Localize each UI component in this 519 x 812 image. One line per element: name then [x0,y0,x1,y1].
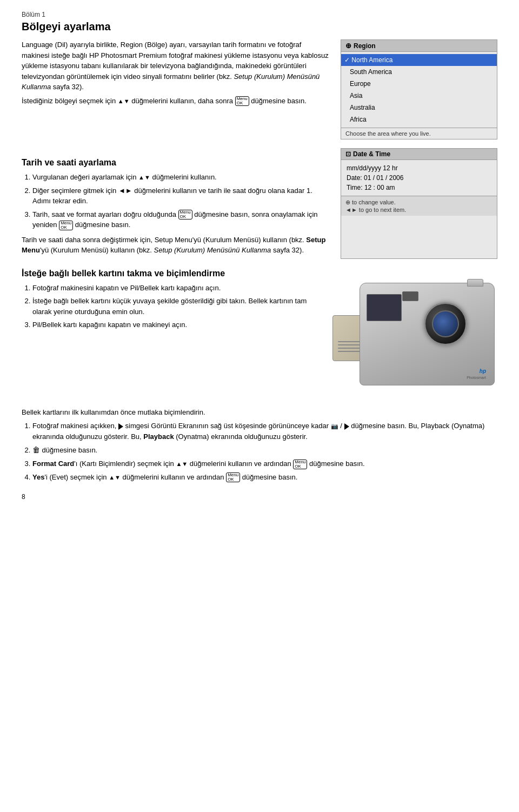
playback-icon-2 [344,423,349,430]
menu-ok-badge-4: MenuOK [293,460,307,469]
bolge-arrows: ▲▼ [118,97,130,106]
region-item-europe[interactable]: Europe [341,78,497,90]
region-box-title: ⊕ Region [341,40,497,52]
tarih-note: Tarih ve saati daha sonra değiştirmek iç… [22,235,330,256]
yes-arrows: ▲▼ [109,473,121,482]
datetime-time-row: Time: 12 : 00 am [347,183,491,192]
datetime-hint1: ⊕ to change value. [345,199,493,206]
bellek-steps: Fotoğraf makinesini kapatın ve Pil/Belle… [32,283,314,330]
datetime-format-row: mm/dd/yyyy 12 hr [347,163,491,173]
bellek-sub-step-2: 🗑 düğmesine basın. [32,444,497,456]
page-title: Bölgeyi ayarlama [22,21,497,33]
camera-lens [424,302,467,345]
bellek-sub-step-3: Format Card'ı (Kartı Biçimlendir) seçmek… [32,458,497,469]
camera-lens-inner [432,310,459,337]
tarih-steps: Vurgulanan değeri ayarlamak için ▲▼ düğm… [32,172,330,230]
datetime-clock-icon: ⊡ [345,150,351,158]
format-card-bold: Format Card [32,460,74,468]
camera-screen [367,294,402,321]
bellek-step-1: Fotoğraf makinesini kapatın ve Pil/Belle… [32,283,314,294]
bellek-note: Bellek kartlarını ilk kullanımdan önce m… [22,407,497,418]
globe-icon: ⊕ [345,42,351,50]
menu-ok-badge-2: MenuOK [178,210,192,219]
bellek-title: İsteğe bağlı bellek kartını takma ve biç… [22,269,497,278]
playback-bold: Playback [143,432,174,441]
bolge-text: Language (Dil) ayarıyla birlikte, Region… [22,39,330,139]
region-box: ⊕ Region North America South America Eur… [341,39,497,139]
datetime-box: ⊡ Date & Time mm/dd/yyyy 12 hr Date: 01 … [341,148,497,259]
region-item-north-america[interactable]: North America [341,54,497,66]
bolge-para1: Language (Dil) ayarıyla birlikte, Region… [22,39,330,92]
region-list: North America South America Europe Asia … [341,52,497,128]
bellek-sub-step-4: Yes'i (Evet) seçmek için ▲▼ düğmelerini … [32,472,497,483]
camera-body: hp Photosmart [360,283,495,385]
trash-icon: 🗑 [32,445,40,454]
tarih-text: Tarih ve saati ayarlama Vurgulanan değer… [22,148,330,259]
region-item-asia[interactable]: Asia [341,90,497,102]
tarih-title: Tarih ve saati ayarlama [22,158,330,168]
menu-ok-badge-1: MenuOK [235,96,249,106]
datetime-box-title: ⊡ Date & Time [341,149,497,160]
playback-icon [118,423,123,430]
yes-bold: Yes [32,473,44,481]
datetime-date-row: Date: 01 / 01 / 2006 [347,173,491,183]
tarih-step-2: Diğer seçimlere gitmek için ◄► düğmeleri… [32,185,330,207]
bellek-step-3: Pil/Bellek kartı kapağını kapatın ve mak… [32,320,314,330]
region-footer: Choose the area where you live. [341,128,497,139]
region-item-south-america[interactable]: South America [341,66,497,78]
format-arrows: ▲▼ [176,460,188,469]
bellek-steps-text: Fotoğraf makinesini kapatın ve Pil/Belle… [22,283,314,402]
bellek-step-2: İsteğe bağlı bellek kartını küçük yuvaya… [32,296,314,317]
datetime-hint2: ◄► to go to next item. [345,207,493,213]
camera-icon: 📷 [331,422,338,431]
camera-illustration: → hp Photosmart [327,283,495,402]
hp-logo: hp [480,368,486,374]
chapter-label: Bölüm 1 [22,11,497,18]
bolge-para2: İstediğiniz bölgeyi seçmek için ▲▼ düğme… [22,96,330,107]
tarih-step1-arrows: ▲▼ [138,173,150,182]
datetime-footer: ⊕ to change value. ◄► to go to next item… [341,196,497,216]
tarih-step-1: Vurgulanan değeri ayarlamak için ▲▼ düğm… [32,172,330,183]
menu-ok-badge-3: MenuOK [59,221,73,230]
tarih-note-link: Setup (Kurulum) Menüsünü Kullanma [154,246,271,254]
menu-ok-badge-5: MenuOK [226,472,240,482]
bellek-sub-steps: Fotoğraf makinesi açıkken, simgesi Görün… [32,421,497,482]
camera-image-area: → hp Photosmart [324,283,497,402]
page-number: 8 [22,493,497,501]
camera-viewfinder [402,291,418,301]
camera-shutter [467,279,483,287]
camera-brand-label: Photosmart [467,376,486,380]
bellek-sub-step-1: Fotoğraf makinesi açıkken, simgesi Görün… [32,421,497,442]
region-item-africa[interactable]: Africa [341,114,497,125]
tarih-step-3: Tarih, saat ve format ayarları doğru old… [32,209,330,230]
datetime-content: mm/dd/yyyy 12 hr Date: 01 / 01 / 2006 Ti… [341,160,497,196]
region-item-australia[interactable]: Australia [341,102,497,114]
